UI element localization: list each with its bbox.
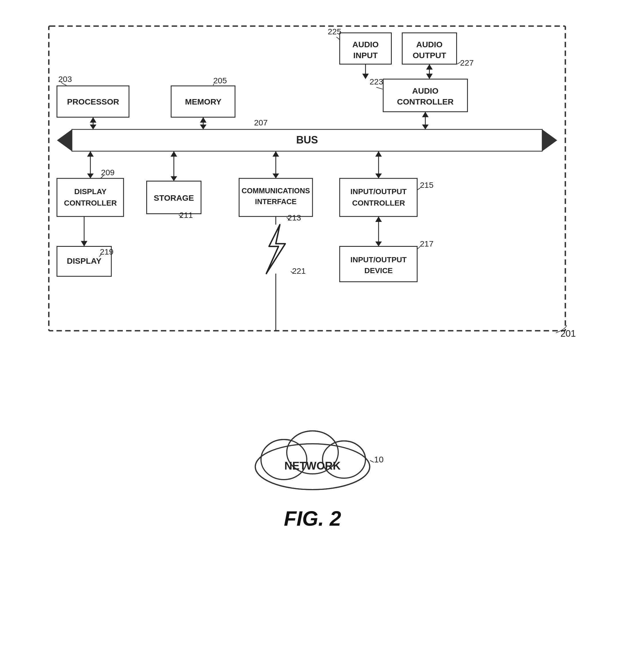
svg-marker-9 (426, 74, 433, 79)
diagram-container: 201 AUDIO INPUT 225 AUDIO OUTPUT 227 AUD… (26, 17, 599, 539)
svg-marker-36 (272, 151, 279, 157)
io-device-label2: DEVICE (364, 266, 393, 275)
svg-marker-21 (200, 117, 207, 123)
ref-213: 213 (288, 213, 301, 222)
io-controller-label2: CONTROLLER (352, 199, 405, 207)
svg-marker-37 (272, 173, 279, 178)
network-cloud-svg: NETWORK 105 (241, 409, 384, 495)
svg-marker-18 (90, 117, 96, 123)
ref-211: 211 (179, 211, 193, 220)
ref-217: 217 (420, 239, 433, 248)
svg-rect-38 (340, 178, 417, 216)
audio-output-label: AUDIO (416, 40, 443, 49)
ref-203: 203 (58, 74, 72, 83)
svg-marker-41 (375, 173, 382, 178)
svg-marker-7 (362, 74, 369, 79)
display-controller-label2: CONTROLLER (64, 199, 117, 207)
ref-201: 201 (560, 329, 576, 339)
svg-marker-25 (422, 124, 429, 129)
svg-marker-32 (171, 151, 177, 157)
svg-marker-14 (57, 129, 72, 151)
io-controller-label: INPUT/OUTPUT (351, 187, 407, 196)
processor-label: PROCESSOR (67, 97, 119, 106)
fig-2-text: FIG. 2 (284, 507, 341, 530)
svg-marker-15 (542, 129, 557, 151)
svg-rect-45 (340, 246, 417, 282)
svg-marker-24 (422, 112, 429, 117)
svg-marker-19 (90, 124, 96, 129)
svg-marker-28 (87, 151, 94, 157)
network-label: NETWORK (284, 460, 341, 472)
svg-line-1 (336, 37, 340, 40)
io-device-label: INPUT/OUTPUT (351, 256, 407, 264)
comm-interface-label2: INTERFACE (255, 197, 297, 206)
svg-marker-48 (375, 241, 382, 246)
audio-controller-label2: CONTROLLER (397, 97, 454, 106)
svg-marker-22 (200, 124, 207, 129)
lightning-bolt (267, 225, 285, 274)
memory-label: MEMORY (185, 97, 221, 106)
ref-223: 223 (370, 77, 383, 86)
svg-marker-47 (375, 216, 382, 222)
ref-209: 209 (101, 168, 115, 177)
svg-marker-29 (87, 173, 94, 178)
ref-219: 219 (100, 247, 114, 256)
fig-label: FIG. 2 (284, 507, 341, 530)
svg-marker-44 (81, 241, 88, 246)
ref-207: 207 (254, 118, 268, 127)
network-section: NETWORK 105 (241, 409, 384, 495)
svg-marker-33 (171, 176, 177, 181)
audio-input-label: AUDIO (352, 40, 379, 49)
ref-221: 221 (292, 266, 306, 275)
ref-105: 105 (374, 455, 384, 464)
audio-input-label2: INPUT (353, 51, 378, 60)
display-label: DISPLAY (67, 256, 102, 265)
main-diagram-svg: 201 AUDIO INPUT 225 AUDIO OUTPUT 227 AUD… (41, 17, 584, 427)
display-controller-label: DISPLAY (74, 187, 106, 196)
ref-225: 225 (328, 27, 342, 36)
ref-215: 215 (420, 181, 433, 190)
svg-rect-4 (383, 79, 468, 112)
ref-205: 205 (213, 76, 227, 85)
comm-interface-label: COMMUNICATIONS (242, 187, 310, 195)
bus-label: BUS (296, 134, 318, 146)
ref-227: 227 (460, 58, 474, 67)
audio-output-label2: OUTPUT (412, 51, 446, 60)
svg-rect-26 (57, 178, 124, 216)
storage-label: STORAGE (154, 193, 194, 202)
svg-line-5 (376, 87, 383, 89)
audio-controller-label: AUDIO (412, 86, 439, 95)
svg-marker-10 (426, 64, 433, 70)
svg-marker-40 (375, 151, 382, 157)
